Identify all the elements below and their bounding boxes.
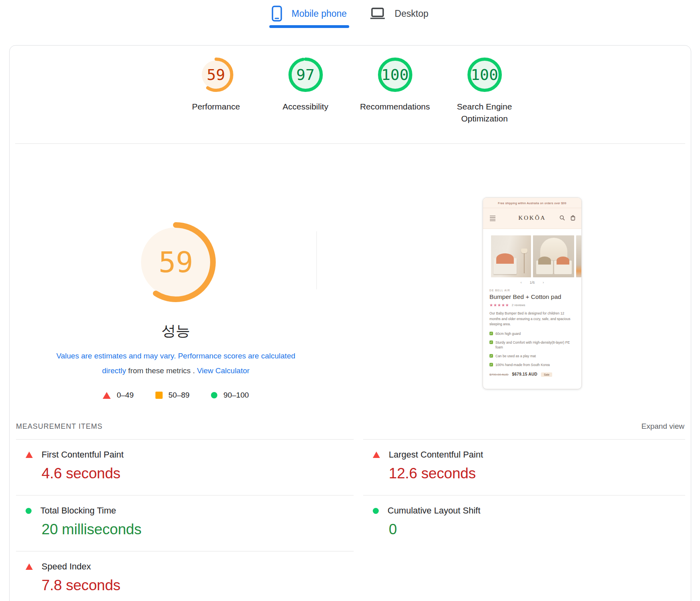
seo-score-label: Search Engine Optimization bbox=[445, 101, 524, 125]
carousel-counter: 1/6 bbox=[530, 281, 535, 285]
metric-cumulative-layout-shift: Cumulative Layout Shift 0 bbox=[363, 495, 685, 551]
legend-average: 50–89 bbox=[155, 391, 190, 400]
metric-label: First Contentful Paint bbox=[42, 450, 123, 460]
score-disclaimer: Values are estimates and may vary. Perfo… bbox=[44, 348, 308, 378]
search-icon bbox=[559, 215, 565, 221]
carousel-next-arrow[interactable]: › bbox=[543, 281, 544, 285]
metric-label: Speed Index bbox=[42, 561, 91, 572]
legend-fail: 0–49 bbox=[103, 391, 133, 400]
pane-divider bbox=[316, 231, 317, 289]
metric-value: 0 bbox=[389, 521, 685, 538]
old-price: $799.00 AUD bbox=[489, 373, 509, 376]
metric-value: 7.8 seconds bbox=[42, 577, 354, 594]
report-card: 59 Performance 97 Accessibility 100 Reco… bbox=[9, 45, 691, 601]
product-info: DE BELL AIR Bumper Bed + Cotton pad ★★★★… bbox=[483, 287, 581, 377]
tab-mobile-phone[interactable]: Mobile phone bbox=[272, 6, 347, 22]
seo-score-value: 100 bbox=[467, 58, 502, 92]
device-tabbar: Mobile phone Desktop bbox=[0, 6, 700, 22]
metric-label: Total Blocking Time bbox=[40, 505, 116, 516]
score-seo[interactable]: 100 Search Engine Optimization bbox=[445, 58, 524, 125]
gallery-carousel-controls: ‹ 1/6 › bbox=[483, 278, 581, 287]
metric-value: 4.6 seconds bbox=[42, 465, 354, 482]
sale-badge: Sale bbox=[541, 372, 552, 377]
fail-triangle-icon bbox=[373, 452, 380, 458]
metric-total-blocking-time: Total Blocking Time 20 milliseconds bbox=[16, 495, 354, 551]
feature-item: ✓ Sturdy and Comfort with High-density(8… bbox=[489, 340, 571, 350]
metric-label: Cumulative Layout Shift bbox=[388, 505, 480, 516]
cart-bag-icon bbox=[570, 215, 576, 221]
disclaimer-text: from these metrics . bbox=[126, 366, 197, 375]
product-price-row: $799.00 AUD $679.15 AUD Sale bbox=[489, 372, 575, 377]
measurement-header: MEASUREMENT ITEMS Expand view bbox=[16, 422, 684, 431]
product-rating: ★★★★★ 2 reviews bbox=[489, 303, 575, 307]
fail-triangle-icon bbox=[103, 392, 111, 399]
expand-view-button[interactable]: Expand view bbox=[641, 422, 684, 431]
metrics-column-right: Largest Contentful Paint 12.6 seconds Cu… bbox=[363, 439, 685, 551]
view-calculator-link[interactable]: View Calculator bbox=[197, 366, 250, 375]
checkmark-icon: ✓ bbox=[489, 363, 493, 366]
accessibility-score-value: 97 bbox=[288, 58, 323, 92]
checkmark-icon: ✓ bbox=[489, 340, 493, 344]
category-scores-row: 59 Performance 97 Accessibility 100 Reco… bbox=[10, 58, 691, 125]
product-image-gallery bbox=[483, 229, 581, 278]
review-count: 2 reviews bbox=[512, 303, 525, 307]
mobile-phone-icon bbox=[272, 6, 282, 22]
carousel-prev-arrow[interactable]: ‹ bbox=[521, 281, 522, 285]
section-divider bbox=[15, 143, 685, 144]
metric-largest-contentful-paint: Largest Contentful Paint 12.6 seconds bbox=[363, 439, 685, 495]
pass-circle-icon bbox=[211, 392, 217, 398]
tab-mobile-label: Mobile phone bbox=[292, 8, 347, 19]
average-square-icon bbox=[155, 392, 163, 399]
shop-banner: Free shipping within Australia on orders… bbox=[483, 198, 581, 208]
recommendations-gauge: 100 bbox=[378, 58, 412, 92]
accessibility-score-label: Accessibility bbox=[266, 101, 345, 113]
fail-triangle-icon bbox=[26, 452, 33, 458]
tab-desktop[interactable]: Desktop bbox=[370, 7, 428, 20]
legend-pass-range: 90–100 bbox=[223, 391, 249, 400]
product-description: Our Baby Bumper Bed is designed for chil… bbox=[489, 311, 571, 327]
accessibility-gauge: 97 bbox=[288, 58, 323, 92]
feature-item: ✓ 60cm high guard bbox=[489, 331, 571, 336]
metric-speed-index: Speed Index 7.8 seconds bbox=[16, 551, 354, 601]
checkmark-icon: ✓ bbox=[489, 332, 493, 335]
legend-average-range: 50–89 bbox=[169, 391, 190, 400]
current-price: $679.15 AUD bbox=[512, 372, 538, 376]
legend-pass: 90–100 bbox=[211, 391, 249, 400]
performance-score-value: 59 bbox=[199, 58, 233, 92]
metric-value: 20 milliseconds bbox=[42, 521, 354, 538]
checkmark-icon: ✓ bbox=[489, 354, 493, 358]
measurement-heading: MEASUREMENT ITEMS bbox=[16, 422, 103, 431]
recommendations-score-label: Recommendations bbox=[356, 101, 434, 113]
metric-label: Largest Contentful Paint bbox=[389, 450, 483, 460]
feature-item: ✓ 100% hand-made from South Korea bbox=[489, 362, 571, 367]
product-photo-2 bbox=[533, 235, 575, 277]
performance-section-title: 성능 bbox=[56, 321, 296, 341]
shop-header: KOKŌA bbox=[483, 208, 581, 229]
performance-gauge: 59 bbox=[199, 58, 233, 92]
product-photo-1 bbox=[491, 235, 531, 277]
star-rating-icons: ★★★★★ bbox=[489, 303, 509, 307]
performance-main-gauge: 59 bbox=[136, 222, 216, 302]
page-screenshot-thumbnail[interactable]: Free shipping within Australia on orders… bbox=[483, 197, 582, 389]
metric-first-contentful-paint: First Contentful Paint 4.6 seconds bbox=[16, 439, 354, 495]
score-accessibility[interactable]: 97 Accessibility bbox=[266, 58, 345, 125]
main-gauge-score: 59 bbox=[136, 222, 216, 302]
tab-desktop-label: Desktop bbox=[395, 8, 428, 19]
score-legend: 0–49 50–89 90–100 bbox=[44, 391, 308, 400]
pagespeed-report: Mobile phone Desktop 59 Performance bbox=[0, 0, 700, 601]
desktop-icon bbox=[370, 7, 385, 20]
fail-triangle-icon bbox=[26, 563, 33, 570]
feature-item: ✓ Can be used as a play mat bbox=[489, 354, 571, 358]
metric-value: 12.6 seconds bbox=[389, 465, 685, 482]
active-tab-underline bbox=[269, 25, 349, 28]
score-recommendations[interactable]: 100 Recommendations bbox=[356, 58, 434, 125]
score-performance[interactable]: 59 Performance bbox=[177, 58, 255, 125]
product-brand: DE BELL AIR bbox=[489, 289, 575, 292]
seo-gauge: 100 bbox=[467, 58, 502, 92]
pass-circle-icon bbox=[26, 508, 32, 514]
performance-score-label: Performance bbox=[177, 101, 255, 113]
product-title: Bumper Bed + Cotton pad bbox=[489, 293, 575, 300]
pass-circle-icon bbox=[373, 508, 379, 514]
shop-header-icons bbox=[559, 215, 576, 221]
recommendations-score-value: 100 bbox=[378, 58, 412, 92]
